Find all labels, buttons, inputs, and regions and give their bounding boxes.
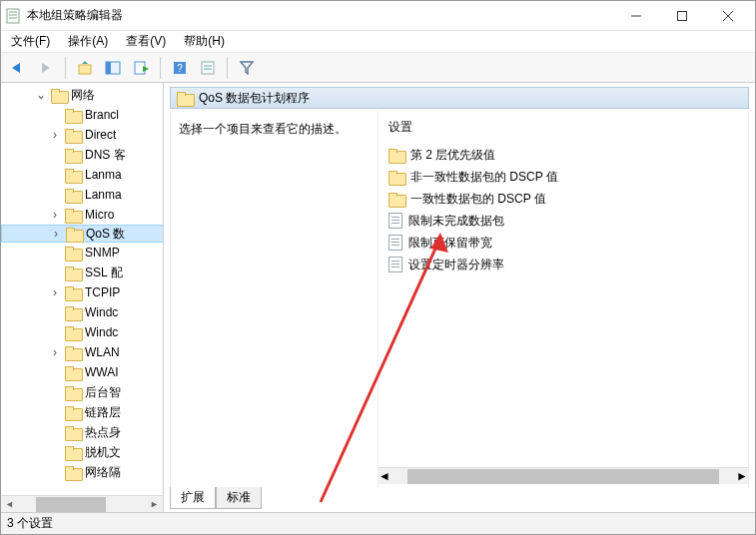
tree-item[interactable]: 链路层 xyxy=(1,402,163,422)
tree-item[interactable]: Lanma xyxy=(1,185,163,205)
tree-label: 网络隔 xyxy=(85,464,121,481)
folder-icon xyxy=(65,129,81,142)
tree-item[interactable]: Lanma xyxy=(1,165,163,185)
chevron-right-icon[interactable]: › xyxy=(49,285,61,299)
export-button[interactable] xyxy=(128,56,154,80)
content-title: QoS 数据包计划程序 xyxy=(199,90,310,107)
chevron-right-icon[interactable]: › xyxy=(49,208,61,222)
folder-icon xyxy=(65,189,81,202)
folder-icon xyxy=(177,92,193,105)
content-panel: QoS 数据包计划程序 选择一个项目来查看它的描述。 设置 第 2 层优先级值非… xyxy=(164,83,755,512)
help-button[interactable]: ? xyxy=(167,56,193,80)
properties-button[interactable] xyxy=(195,56,221,80)
tree-label: WLAN xyxy=(85,345,120,359)
list-item-label: 第 2 层优先级值 xyxy=(410,147,495,164)
tree-label: Windc xyxy=(85,325,118,339)
scroll-left-arrow[interactable]: ◄ xyxy=(1,496,18,513)
folder-icon xyxy=(65,149,81,162)
tree-item[interactable]: ›WLAN xyxy=(1,342,163,362)
chevron-right-icon[interactable]: › xyxy=(49,128,61,142)
list-folder-item[interactable]: 一致性数据包的 DSCP 值 xyxy=(384,188,748,210)
tree-h-scrollbar[interactable]: ◄ ► xyxy=(1,495,163,512)
app-icon xyxy=(5,8,21,24)
tree-item[interactable]: 后台智 xyxy=(1,382,163,402)
statusbar: 3 个设置 xyxy=(1,512,755,534)
chevron-right-icon[interactable]: › xyxy=(50,227,62,241)
menu-view[interactable]: 查看(V) xyxy=(122,31,170,52)
setting-icon xyxy=(388,257,402,272)
tree-item[interactable]: ›Micro xyxy=(1,205,163,225)
folder-icon xyxy=(65,247,81,260)
menu-file[interactable]: 文件(F) xyxy=(7,31,54,52)
tree-item[interactable]: SSL 配 xyxy=(1,263,163,282)
list-folder-item[interactable]: 非一致性数据包的 DSCP 值 xyxy=(384,166,748,188)
folder-icon xyxy=(65,426,81,439)
tree-item[interactable]: 网络隔 xyxy=(1,462,163,482)
scroll-right-arrow[interactable]: ► xyxy=(146,496,163,513)
tab-standard[interactable]: 标准 xyxy=(216,487,262,509)
tree-item[interactable]: 热点身 xyxy=(1,422,163,442)
menu-action[interactable]: 操作(A) xyxy=(64,31,112,52)
scroll-thumb[interactable] xyxy=(407,469,719,484)
tree-label: Brancl xyxy=(85,108,119,122)
list-setting-item[interactable]: 设置定时器分辨率 xyxy=(384,254,748,275)
tree-item[interactable]: Windc xyxy=(1,322,163,342)
tree-item[interactable]: Brancl xyxy=(1,105,163,125)
tree-scroll[interactable]: ⌄网络Brancl›DirectDNS 客LanmaLanma›Micro›Qo… xyxy=(1,83,163,495)
setting-icon xyxy=(388,213,402,229)
tree-label: 脱机文 xyxy=(85,444,121,461)
list-setting-item[interactable]: 限制可保留带宽 xyxy=(384,232,748,254)
content-body: 选择一个项目来查看它的描述。 设置 第 2 层优先级值非一致性数据包的 DSCP… xyxy=(170,111,749,488)
svg-marker-8 xyxy=(12,63,20,73)
maximize-button[interactable] xyxy=(659,1,705,31)
tree-label: 后台智 xyxy=(85,384,121,401)
svg-marker-21 xyxy=(241,62,253,74)
tree-label: 链路层 xyxy=(85,404,121,421)
show-hide-tree-button[interactable] xyxy=(100,56,126,80)
tree-item[interactable]: ›QoS 数 xyxy=(1,225,163,243)
tree-item[interactable]: WWAI xyxy=(1,362,163,382)
chevron-down-icon[interactable]: ⌄ xyxy=(35,88,47,102)
svg-marker-15 xyxy=(143,66,149,72)
tree-root[interactable]: ⌄网络 xyxy=(1,85,163,105)
folder-icon xyxy=(388,193,404,206)
tree-item[interactable]: ›Direct xyxy=(1,125,163,145)
tree-label: DNS 客 xyxy=(85,147,126,164)
folder-icon xyxy=(51,89,67,102)
window-title: 本地组策略编辑器 xyxy=(27,7,123,24)
tree-item[interactable]: Windc xyxy=(1,302,163,322)
column-header-setting[interactable]: 设置 xyxy=(378,115,748,144)
chevron-right-icon[interactable]: › xyxy=(49,345,61,359)
folder-icon xyxy=(65,169,81,182)
list-h-scrollbar[interactable]: ◄ ► xyxy=(378,467,748,484)
folder-icon xyxy=(65,209,81,222)
tree-label: QoS 数 xyxy=(86,226,125,243)
folder-icon xyxy=(66,228,82,241)
setting-icon xyxy=(388,235,402,251)
minimize-button[interactable] xyxy=(613,1,659,31)
scroll-left-arrow[interactable]: ◄ xyxy=(378,469,390,483)
toolbar: ? xyxy=(1,53,755,83)
forward-button[interactable] xyxy=(33,56,59,80)
tree-item[interactable]: DNS 客 xyxy=(1,145,163,165)
scroll-thumb[interactable] xyxy=(36,497,106,512)
list-folder-item[interactable]: 第 2 层优先级值 xyxy=(384,144,748,166)
list-setting-item[interactable]: 限制未完成数据包 xyxy=(384,210,748,232)
back-button[interactable] xyxy=(5,56,31,80)
svg-rect-5 xyxy=(678,11,687,20)
tree-item[interactable]: SNMP xyxy=(1,243,163,263)
toolbar-separator xyxy=(65,57,66,79)
tree-item[interactable]: ›TCPIP xyxy=(1,282,163,302)
tree-item[interactable]: 脱机文 xyxy=(1,442,163,462)
folder-icon xyxy=(65,466,81,479)
filter-button[interactable] xyxy=(234,56,260,80)
folder-icon xyxy=(65,306,81,319)
menu-help[interactable]: 帮助(H) xyxy=(180,31,229,52)
scroll-right-arrow[interactable]: ► xyxy=(736,469,748,483)
list-item-label: 一致性数据包的 DSCP 值 xyxy=(410,191,546,208)
tab-extended[interactable]: 扩展 xyxy=(170,487,216,509)
folder-icon xyxy=(65,446,81,459)
close-button[interactable] xyxy=(705,1,751,31)
main-area: ⌄网络Brancl›DirectDNS 客LanmaLanma›Micro›Qo… xyxy=(1,83,755,512)
up-button[interactable] xyxy=(72,56,98,80)
